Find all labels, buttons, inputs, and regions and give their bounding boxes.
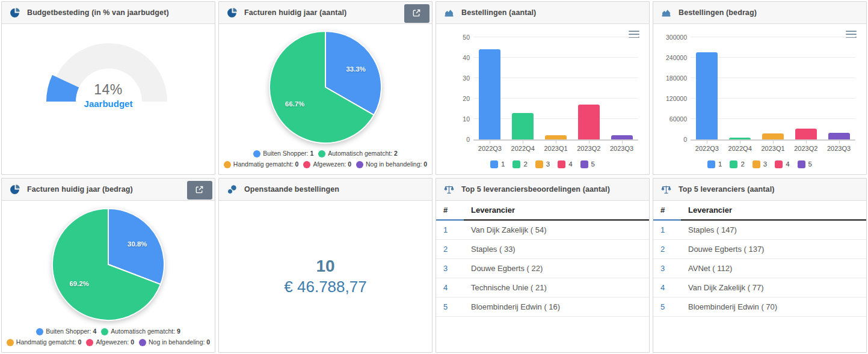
scales-icon <box>661 185 671 195</box>
legend-square-icon <box>535 160 543 168</box>
pie-chart: 33.3%66.7% Buiten Shopper: 1Automatisch … <box>219 24 432 174</box>
legend-square-icon <box>753 160 760 168</box>
panel-header: Top 5 leveranciers (aantal) <box>653 179 866 201</box>
legend-item-4[interactable]: 4 <box>775 160 789 168</box>
legend-label: 1 <box>501 160 505 168</box>
rank-cell: 3 <box>436 259 464 278</box>
y-axis-tick-label: 60000 <box>660 115 687 123</box>
open-orders-amount: € 46.788,77 <box>284 278 366 296</box>
legend-item-afgewezen[interactable]: Afgewezen: 0 <box>86 338 134 347</box>
panel-title: Facturen huidig jaar (aantal) <box>244 8 346 17</box>
rank-cell: 1 <box>436 220 464 240</box>
bar-2022Q3[interactable] <box>479 49 500 139</box>
legend-item-5[interactable]: 5 <box>798 160 812 168</box>
y-axis-tick-label: 120000 <box>660 95 687 102</box>
x-axis-label: 2022Q3 <box>691 145 724 152</box>
area-chart-icon <box>444 8 454 18</box>
bar-cell <box>572 37 605 139</box>
rank-cell: 4 <box>436 278 464 298</box>
legend-dot-icon <box>7 339 14 346</box>
panel-facturen-huidig-jaar-aantal: Facturen huidig jaar (aantal) 33.3%66.7%… <box>218 1 432 175</box>
legend-label: Automatisch gematcht: 9 <box>111 327 180 336</box>
bar-2022Q4[interactable] <box>512 113 534 139</box>
pie-slice-percent-label: 69.2% <box>69 280 89 287</box>
bar-plot-area: 0600001200001800002400003000002022Q32022… <box>691 37 855 156</box>
legend-label: 4 <box>786 160 789 168</box>
legend-item-4[interactable]: 4 <box>558 160 572 168</box>
legend-item-nog-in-behandeling[interactable]: Nog in behandeling: 0 <box>356 160 427 169</box>
expand-button[interactable] <box>187 181 212 200</box>
legend-item-3[interactable]: 3 <box>753 160 767 168</box>
y-axis-tick-label: 10 <box>443 115 470 123</box>
column-header-rank[interactable]: # <box>436 201 464 220</box>
panel-title: Bestellingen (bedrag) <box>679 8 757 17</box>
table-row: 5Bloembinderij Edwin ( 16) <box>436 298 649 317</box>
menu-line <box>846 34 857 35</box>
column-header-leverancier[interactable]: Leverancier <box>681 201 866 220</box>
y-axis-tick-label: 180000 <box>660 75 687 82</box>
bar-2022Q3[interactable] <box>696 52 718 139</box>
legend-item-2[interactable]: 2 <box>730 160 744 168</box>
bar-2023Q3[interactable] <box>611 135 633 139</box>
legend-square-icon <box>707 160 715 168</box>
supplier-cell: AVNet ( 112) <box>681 259 866 278</box>
legend-item-handmatig-gematcht[interactable]: Handmatig gematcht: 0 <box>224 160 299 169</box>
legend-label: 2 <box>740 160 744 168</box>
gauge-chart: 14% Jaarbudget <box>2 24 215 174</box>
legend-item-buiten-shopper[interactable]: Buiten Shopper: 1 <box>253 149 313 158</box>
legend-item-buiten-shopper[interactable]: Buiten Shopper: 4 <box>36 327 96 336</box>
plot-area: 01020304050 <box>473 37 638 141</box>
legend-item-1[interactable]: 1 <box>490 160 505 168</box>
legend-item-afgewezen[interactable]: Afgewezen: 0 <box>303 160 351 169</box>
legend-dot-icon <box>86 339 93 346</box>
legend-label: 5 <box>808 160 812 168</box>
supplier-cell: Staples ( 147) <box>681 220 866 240</box>
bar-cell <box>822 37 855 139</box>
panel-title: Top 5 leveranciersbeoordelingen (aantal) <box>461 185 610 194</box>
legend-item-automatisch-gematcht[interactable]: Automatisch gematcht: 2 <box>318 149 398 158</box>
legend-label: 1 <box>718 160 722 168</box>
bar-2023Q3[interactable] <box>828 133 850 139</box>
legend-item-1[interactable]: 1 <box>707 160 722 168</box>
panel-top5-leveranciers: Top 5 leveranciers (aantal) #Leverancier… <box>653 178 867 353</box>
x-axis-label: 2023Q3 <box>605 145 638 152</box>
legend-square-icon <box>775 160 783 168</box>
legend-label: Handmatig gematcht: 0 <box>16 338 82 347</box>
legend-item-nog-in-behandeling[interactable]: Nog in behandeling: 0 <box>139 338 210 347</box>
panel-title: Budgetbesteding (in % van jaarbudget) <box>27 8 169 17</box>
legend-item-automatisch-gematcht[interactable]: Automatisch gematcht: 9 <box>101 327 180 336</box>
legend-item-3[interactable]: 3 <box>535 160 550 168</box>
column-header-rank[interactable]: # <box>653 201 681 220</box>
legend-label: 3 <box>546 160 550 168</box>
bar-legend: 12345 <box>443 156 642 172</box>
supplier-cell: Technische Unie ( 21) <box>464 278 649 298</box>
bar-2023Q2[interactable] <box>795 129 817 139</box>
bar-2023Q1[interactable] <box>545 135 567 139</box>
panel-header: Top 5 leveranciersbeoordelingen (aantal) <box>436 179 649 201</box>
table-header-row: #Leverancier <box>436 201 649 220</box>
column-header-leverancier[interactable]: Leverancier <box>464 201 649 220</box>
panel-bestellingen-bedrag: Bestellingen (bedrag) 060000120000180000… <box>653 1 867 175</box>
y-axis-tick-label: 50 <box>443 34 470 41</box>
table-row: 1Van Dijk Zakelijk ( 54) <box>436 220 649 240</box>
legend-item-5[interactable]: 5 <box>580 160 595 168</box>
y-axis-tick-label: 240000 <box>660 54 687 61</box>
bar-cell <box>789 37 822 139</box>
bar-2022Q4[interactable] <box>729 138 751 139</box>
rank-cell: 3 <box>653 259 681 278</box>
bar-2023Q2[interactable] <box>578 105 600 139</box>
table-row: 3AVNet ( 112) <box>653 259 866 278</box>
supplier-cell: Van Dijk Zakelijk ( 77) <box>681 278 866 298</box>
x-axis-label: 2023Q2 <box>789 145 822 152</box>
x-axis-labels: 2022Q32022Q42023Q12023Q22023Q3 <box>691 141 855 156</box>
legend-item-2[interactable]: 2 <box>512 160 527 168</box>
legend-label: Nog in behandeling: 0 <box>149 338 210 347</box>
legend-square-icon <box>580 160 588 168</box>
legend-item-handmatig-gematcht[interactable]: Handmatig gematcht: 0 <box>7 338 82 347</box>
table-row: 5Bloembinderij Edwin ( 70) <box>653 298 866 317</box>
legend-dot-icon <box>101 328 108 335</box>
panel-header: Facturen huidig jaar (aantal) <box>219 2 432 24</box>
bar-2023Q1[interactable] <box>762 133 784 139</box>
legend-label: 4 <box>568 160 572 168</box>
expand-button[interactable] <box>404 4 429 23</box>
